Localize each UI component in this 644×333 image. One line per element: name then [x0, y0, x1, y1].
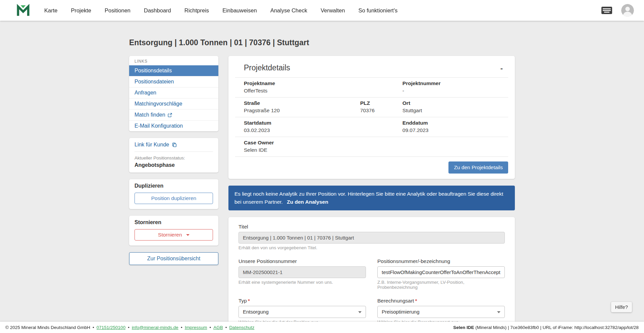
positionsnummer-label: Unsere Positionsnummer — [238, 258, 366, 264]
nav-item-analyse-check[interactable]: Analyse Check — [270, 7, 307, 14]
customer-link-label: Link für Kunde — [135, 142, 169, 148]
sidebar-item-positionsdateien[interactable]: Positionsdateien — [129, 76, 218, 87]
sidebar-item-email-konfiguration[interactable]: E-Mail Konfiguration — [129, 120, 218, 131]
position-status-label: Aktueller Positionsstatus: — [135, 155, 213, 160]
bezeichnung-input[interactable] — [377, 266, 505, 278]
startdatum-value: 03.02.2023 — [244, 127, 360, 133]
nav-item-einbauweisen[interactable]: Einbauweisen — [222, 7, 257, 14]
main-content: Projektdetails - Projektname OfferTests … — [228, 56, 515, 333]
strasse-value: Pragstraße 120 — [244, 108, 360, 114]
project-details-table: Projektname OfferTests Projektnummer - S… — [235, 77, 508, 157]
berechnungsart-select-value: Preisoptimierung — [382, 309, 420, 315]
sidebar-item-match-finden[interactable]: Match finden — [129, 109, 218, 120]
footer-info: © 2025 Mineral Minds Deutschland GmbH • … — [5, 325, 254, 330]
plz-label: PLZ — [360, 100, 402, 106]
project-details-title: Projektdetails — [244, 63, 290, 72]
nav-item-karte[interactable]: Karte — [44, 7, 57, 14]
help-button[interactable]: Hilfe? — [611, 302, 632, 312]
minus-icon[interactable]: - — [496, 63, 507, 73]
footer-separator: • — [209, 325, 211, 330]
footer-separator: • — [128, 325, 129, 330]
position-overview-button[interactable]: Zur Positionsübersicht — [129, 252, 218, 265]
table-row: Projektname OfferTests Projektnummer - — [235, 77, 508, 97]
logo-icon — [16, 4, 30, 17]
bezeichnung-help-text: Z.B. Interne-Vorgangsnummer, LV-Position… — [377, 280, 505, 290]
ort-label: Ort — [402, 100, 508, 106]
duplicate-card-header: Duplizieren — [135, 183, 213, 189]
footer-user-name: Selen IDE — [453, 325, 474, 330]
projektname-label: Projektname — [244, 80, 360, 86]
bezeichnung-label: Positionsnummer/-bezeichnung — [377, 258, 505, 264]
position-form-card: Titel Erhält den von uns vorgegebenen Ti… — [228, 217, 515, 333]
nav-menu: Karte Projekte Positionen Dashboard Rich… — [44, 7, 397, 14]
projektnummer-value: - — [402, 88, 508, 94]
duplicate-card: Duplizieren Position duplizieren — [129, 179, 218, 209]
position-status-value: Angebotsphase — [135, 162, 213, 168]
table-row: Case Owner Selen IDE — [235, 137, 508, 157]
required-marker: * — [415, 298, 417, 304]
user-avatar-icon[interactable] — [621, 4, 634, 17]
cancel-button-label: Stornieren — [158, 232, 182, 238]
keyboard-icon[interactable] — [600, 6, 613, 15]
project-details-card: Projektdetails - Projektname OfferTests … — [228, 56, 515, 179]
mineral-minds-logo[interactable] — [16, 4, 30, 17]
footer-session-text: (Mineral Minds) | 7ce360e83fb0 | URL of … — [474, 325, 639, 330]
top-navbar: Karte Projekte Positionen Dashboard Rich… — [0, 0, 644, 21]
sidebar-item-label: Matchingvorschläge — [135, 101, 182, 107]
sidebar-item-matchingvorschlaege[interactable]: Matchingvorschläge — [129, 98, 218, 109]
project-details-button[interactable]: Zu den Projektdetails — [448, 161, 508, 174]
table-row: Startdatum 03.02.2023 Enddatum 09.07.202… — [235, 117, 508, 137]
berechnungsart-select[interactable]: Preisoptimierung — [377, 306, 505, 318]
cancel-position-button[interactable]: Stornieren — [135, 229, 213, 241]
copy-icon — [172, 142, 177, 147]
nav-item-dashboard[interactable]: Dashboard — [144, 7, 171, 14]
sidebar-item-anfragen[interactable]: Anfragen — [129, 87, 218, 98]
projektname-value: OfferTests — [244, 88, 360, 94]
case-owner-value: Selen IDE — [244, 147, 508, 153]
copyright-text: © 2025 Mineral Minds Deutschland GmbH — [5, 325, 90, 330]
footer-datenschutz-link[interactable]: Datenschutz — [229, 325, 254, 330]
footer-separator: • — [225, 325, 227, 330]
page-title: Entsorgung | 1.000 Tonnen | 01 | 70376 |… — [129, 38, 515, 47]
footer-agb-link[interactable]: AGB — [213, 325, 223, 330]
cancel-card-header: Stornieren — [135, 219, 213, 225]
footer: © 2025 Mineral Minds Deutschland GmbH • … — [0, 322, 644, 333]
analytics-info-banner: Es liegt noch keine Analytik zu Ihrer Po… — [228, 186, 515, 210]
caret-down-icon — [186, 234, 190, 236]
enddatum-value: 09.07.2023 — [402, 127, 508, 133]
nav-item-positionen[interactable]: Positionen — [105, 7, 130, 14]
footer-email-link[interactable]: info@mineral-minds.de — [132, 325, 178, 330]
positionsnummer-help-text: Erhält eine systemgenerierte Nummer von … — [238, 280, 366, 285]
banner-text: Es liegt noch keine Analytik zu Ihrer Po… — [234, 191, 503, 205]
strasse-label: Straße — [244, 100, 360, 106]
duplicate-position-button[interactable]: Position duplizieren — [135, 193, 213, 204]
customer-link[interactable]: Link für Kunde — [135, 142, 213, 152]
footer-phone-link[interactable]: 07151/250100 — [97, 325, 125, 330]
status-card: Link für Kunde Aktueller Positionsstatus… — [129, 138, 218, 173]
projektnummer-label: Projektnummer — [402, 80, 508, 86]
sidebar-item-label: Match finden — [135, 112, 165, 118]
chevron-down-icon — [497, 311, 500, 313]
chevron-down-icon — [358, 311, 362, 313]
positionsnummer-input — [238, 266, 366, 278]
footer-session-info: Selen IDE (Mineral Minds) | 7ce360e83fb0… — [453, 325, 639, 330]
footer-impressum-link[interactable]: Impressum — [185, 325, 207, 330]
links-card-header: LINKS — [129, 56, 218, 65]
sidebar-item-positionsdetails[interactable]: Positionsdetails — [129, 65, 218, 76]
external-link-icon — [168, 113, 172, 117]
navbar-right — [600, 4, 634, 17]
nav-item-projekte[interactable]: Projekte — [71, 7, 91, 14]
titel-help-text: Erhält den von uns vorgegebenen Titel. — [238, 245, 505, 250]
nav-item-verwalten[interactable]: Verwalten — [321, 7, 345, 14]
nav-item-richtpreis[interactable]: Richtpreis — [184, 7, 209, 14]
typ-select[interactable]: Entsorgung — [238, 306, 366, 318]
nav-item-so-funktionierts[interactable]: So funktioniert's — [358, 7, 397, 14]
enddatum-label: Enddatum — [402, 120, 508, 126]
footer-separator: • — [181, 325, 182, 330]
analyses-link[interactable]: Zu den Analysen — [287, 199, 328, 205]
required-marker: * — [248, 298, 250, 304]
footer-separator: • — [93, 325, 94, 330]
ort-value: Stuttgart — [402, 108, 508, 114]
table-row: Straße Pragstraße 120 PLZ 70376 Ort Stut… — [235, 97, 508, 117]
case-owner-label: Case Owner — [244, 140, 508, 146]
